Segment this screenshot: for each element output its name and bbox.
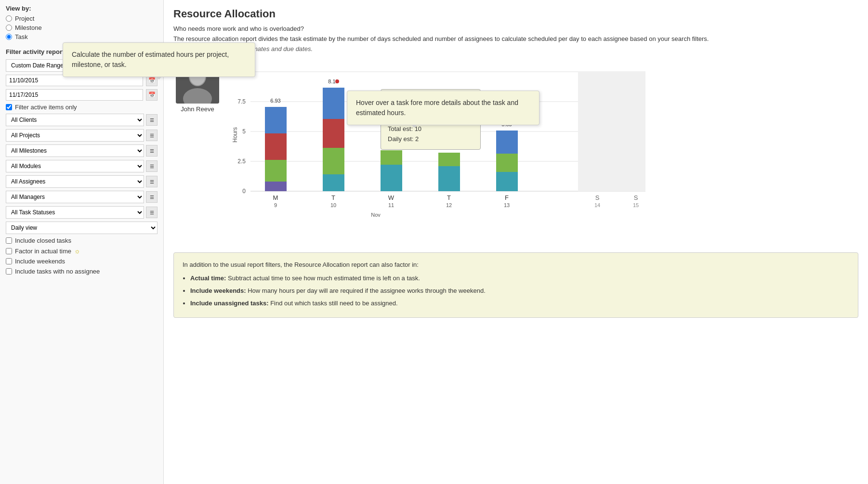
projects-row: All Projects ☰ <box>6 129 158 142</box>
svg-text:Hours: Hours <box>232 127 238 143</box>
svg-text:10: 10 <box>330 202 336 208</box>
svg-rect-23 <box>323 119 344 148</box>
info-box-item-1: Include weekends: How many hours per day… <box>190 286 849 296</box>
svg-point-26 <box>335 79 339 83</box>
date-to-calendar-icon[interactable]: 📅 <box>146 89 158 101</box>
managers-select[interactable]: All Managers <box>6 191 144 203</box>
clients-select[interactable]: All Clients <box>6 114 144 126</box>
include-closed-label: Include closed tasks <box>15 237 71 244</box>
assignees-select[interactable]: All Assignees <box>6 175 144 188</box>
person-section: John Reeve 10 7.5 5 2.5 0 <box>173 60 858 245</box>
page-desc2: The resource allocation report divides t… <box>173 35 858 42</box>
view-by-milestone-label: Milestone <box>15 24 42 31</box>
svg-rect-19 <box>265 107 287 133</box>
tooltip-hover-text: Hover over a task fore more details abou… <box>356 99 518 117</box>
filter-active-label: Filter active items only <box>15 104 77 111</box>
view-by-project-label: Project <box>15 15 34 22</box>
factor-actual-checkbox[interactable] <box>6 248 12 254</box>
include-no-assignee-checkbox[interactable] <box>6 268 12 275</box>
include-closed-checkbox[interactable] <box>6 237 12 244</box>
svg-text:6.93: 6.93 <box>270 98 280 104</box>
view-by-milestone-radio[interactable] <box>6 25 12 31</box>
statuses-select[interactable]: All Task Statuses <box>6 206 144 219</box>
filter-active-checkbox[interactable] <box>6 104 12 110</box>
view-by-group: View by: Project Milestone Task <box>6 5 158 40</box>
svg-text:W: W <box>388 194 395 201</box>
managers-icon-btn[interactable]: ☰ <box>146 191 158 203</box>
view-by-project[interactable]: Project <box>6 15 158 22</box>
date-to-input[interactable] <box>6 89 143 101</box>
svg-text:T: T <box>447 194 451 201</box>
projects-icon-btn[interactable]: ☰ <box>146 130 158 141</box>
svg-rect-21 <box>323 174 344 191</box>
svg-rect-22 <box>323 148 344 174</box>
view-by-project-radio[interactable] <box>6 15 12 22</box>
filter-active-row[interactable]: Filter active items only <box>6 104 158 111</box>
svg-rect-33 <box>496 131 518 154</box>
svg-rect-27 <box>381 165 402 191</box>
view-by-milestone[interactable]: Milestone <box>6 24 158 31</box>
svg-text:11: 11 <box>388 202 394 208</box>
svg-rect-31 <box>496 172 518 191</box>
right-content: Resource Allocation Who needs more work … <box>164 0 868 484</box>
info-box-item-2: Include unassigned tasks: Find out which… <box>190 298 849 309</box>
svg-rect-18 <box>265 133 287 160</box>
info-item-1-text: How many hours per day will are required… <box>246 287 486 294</box>
view-select[interactable]: Daily view <box>6 222 158 234</box>
view-row: Daily view <box>6 222 158 234</box>
include-weekends-label: Include weekends <box>15 258 65 265</box>
modules-row: All Modules ☰ <box>6 160 158 172</box>
svg-rect-28 <box>381 150 402 165</box>
person-name: John Reeve <box>181 105 214 113</box>
svg-text:T: T <box>331 194 335 201</box>
view-by-task-label: Task <box>15 33 28 40</box>
info-item-1-bold: Include weekends: <box>190 287 246 294</box>
info-box-item-0: Actual time: Subtract actual time to see… <box>190 273 849 284</box>
page-desc: Who needs more work and who is overloade… <box>173 25 858 32</box>
tooltip-view-by-text: Calculate the number of estimated hours … <box>72 51 229 68</box>
chart-wrapper: 10 7.5 5 2.5 0 Hours <box>231 60 858 245</box>
include-weekends-checkbox[interactable] <box>6 258 12 264</box>
clients-icon-btn[interactable]: ☰ <box>146 114 158 126</box>
info-box: In addition to the usual report filters,… <box>173 252 858 318</box>
include-no-assignee-label: Include tasks with no assignee <box>15 268 100 275</box>
svg-rect-16 <box>265 182 287 191</box>
milestones-select[interactable]: All Milestones <box>6 144 144 157</box>
info-item-0-text: Subtract actual time to see how much est… <box>226 275 420 282</box>
factor-actual-row[interactable]: Factor in actual time ☼ <box>6 247 158 255</box>
modules-icon-btn[interactable]: ☰ <box>146 160 158 172</box>
info-item-0-bold: Actual time: <box>190 275 226 282</box>
svg-text:13: 13 <box>504 202 510 208</box>
managers-row: All Managers ☰ <box>6 191 158 203</box>
svg-text:5: 5 <box>242 128 246 135</box>
date-to-row: 📅 <box>6 89 158 101</box>
info-item-2-bold: Include unassigned tasks: <box>190 300 269 307</box>
svg-rect-24 <box>323 88 344 119</box>
clients-row: All Clients ☰ <box>6 114 158 126</box>
view-by-task[interactable]: Task <box>6 33 158 40</box>
filter-section: Filter activity report: Custom Date Rang… <box>6 48 158 275</box>
modules-select[interactable]: All Modules <box>6 160 144 172</box>
info-box-intro: In addition to the usual report filters,… <box>183 260 849 270</box>
statuses-icon-btn[interactable]: ☰ <box>146 207 158 218</box>
projects-select[interactable]: All Projects <box>6 129 144 142</box>
info-box-list: Actual time: Subtract actual time to see… <box>183 273 849 309</box>
info-item-2-text: Find out which tasks still need to be as… <box>269 300 398 307</box>
milestones-icon-btn[interactable]: ☰ <box>146 145 158 157</box>
svg-text:9: 9 <box>274 202 277 208</box>
include-closed-row[interactable]: Include closed tasks <box>6 237 158 244</box>
svg-text:12: 12 <box>446 202 452 208</box>
include-no-assignee-row[interactable]: Include tasks with no assignee <box>6 268 158 275</box>
page-note: * Excludes tasks without estimates and d… <box>173 45 858 52</box>
svg-text:7.5: 7.5 <box>237 98 246 105</box>
factor-actual-info-icon[interactable]: ☼ <box>74 247 80 255</box>
view-by-task-radio[interactable] <box>6 34 12 40</box>
tooltip-view-by: Calculate the number of estimated hours … <box>63 42 255 77</box>
assignees-icon-btn[interactable]: ☰ <box>146 176 158 187</box>
svg-text:M: M <box>273 194 278 201</box>
include-weekends-row[interactable]: Include weekends <box>6 258 158 265</box>
svg-text:S: S <box>595 194 600 201</box>
svg-text:S: S <box>634 194 638 201</box>
tooltip-hover-task: Hover over a task fore more details abou… <box>347 91 539 125</box>
svg-rect-15 <box>578 72 645 191</box>
